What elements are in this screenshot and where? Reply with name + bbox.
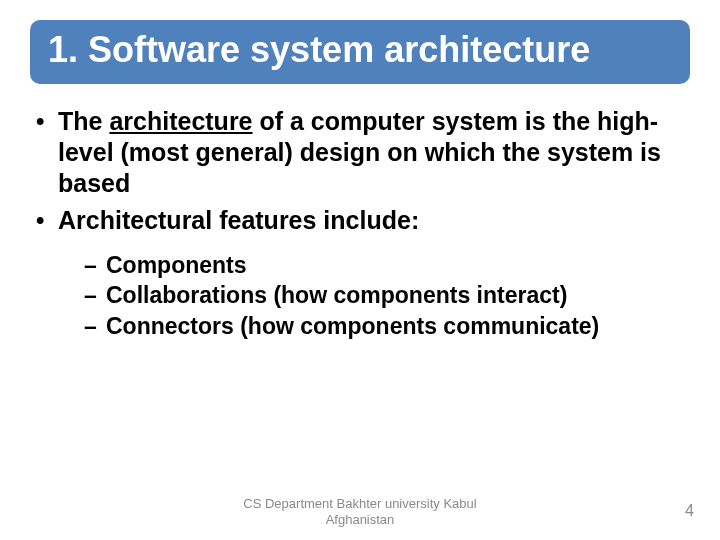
bullet-2-text: Architectural features include: [58, 206, 419, 234]
slide-title: 1. Software system architecture [48, 30, 672, 70]
bullet-1-pre: The [58, 107, 109, 135]
sub-bullet-1: Components [58, 251, 690, 280]
slide-footer: CS Department Bakhter university Kabul A… [0, 496, 720, 530]
footer-center: CS Department Bakhter university Kabul A… [210, 496, 510, 527]
bullet-2: Architectural features include: Componen… [30, 205, 690, 341]
slide: 1. Software system architecture The arch… [0, 0, 720, 540]
sub-bullet-3: Connectors (how components communicate) [58, 312, 690, 341]
page-number: 4 [685, 502, 694, 520]
bullet-1: The architecture of a computer system is… [30, 106, 690, 200]
footer-line-2: Afghanistan [210, 512, 510, 528]
title-box: 1. Software system architecture [30, 20, 690, 84]
sub-bullet-2: Collaborations (how components interact) [58, 281, 690, 310]
bullet-1-underlined: architecture [109, 107, 252, 135]
slide-body: The architecture of a computer system is… [30, 106, 690, 341]
footer-line-1: CS Department Bakhter university Kabul [210, 496, 510, 512]
sub-bullet-list: Components Collaborations (how component… [58, 251, 690, 341]
bullet-list: The architecture of a computer system is… [30, 106, 690, 341]
